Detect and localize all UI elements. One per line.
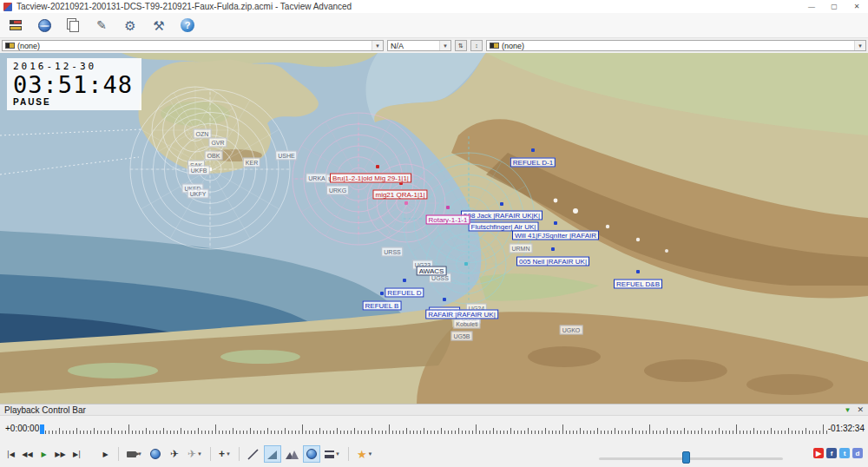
map-label-blue[interactable]: 508 Jack |RAFAIR UK|K|	[461, 211, 542, 220]
object-marker[interactable]	[554, 221, 557, 225]
separator	[210, 447, 211, 461]
secondary-object-value: (none)	[502, 42, 524, 50]
satellite-texture-button[interactable]	[303, 445, 320, 463]
online-button[interactable]	[33, 15, 56, 36]
object-marker[interactable]	[500, 202, 503, 206]
minimize-button[interactable]: —	[800, 0, 823, 13]
facebook-icon[interactable]: f	[826, 448, 837, 458]
coalition-flags-button[interactable]	[4, 15, 27, 36]
help-icon: ?	[181, 18, 194, 32]
map-label-blue[interactable]: Will 41|FJSqnIter |RAFAIR	[512, 231, 599, 240]
elapsed-time: +0:00:00	[5, 424, 39, 433]
swap-selection-button[interactable]: ⇅	[455, 40, 467, 51]
chevron-down-icon: ▼	[226, 451, 231, 457]
map-label-airport[interactable]: URKG	[326, 186, 349, 195]
object-marker[interactable]	[636, 270, 640, 273]
map-label-blue[interactable]: REFUEL D-1	[510, 158, 556, 168]
settings-button[interactable]: ⚙	[119, 15, 141, 36]
fast-forward-button[interactable]: ▶▶	[53, 447, 68, 462]
play-button[interactable]: ▶	[36, 447, 51, 462]
timeline-cursor[interactable]	[40, 424, 44, 434]
cockpit-view-button[interactable]: ✈	[166, 445, 183, 463]
realtime-play-button[interactable]: ▶	[98, 447, 113, 462]
fast-rewind-button[interactable]: ◀◀	[20, 447, 35, 462]
close-button[interactable]: ✕	[845, 0, 868, 13]
skip-to-end-button[interactable]: ▶|	[69, 447, 84, 462]
close-panel-icon[interactable]: ✕	[857, 405, 864, 414]
map-label-airport[interactable]: KER	[243, 158, 260, 168]
layers-list-button[interactable]: ▼	[322, 445, 343, 463]
bookmark-button[interactable]: ★ ▼	[354, 445, 376, 463]
youtube-icon[interactable]: ▶	[813, 448, 824, 458]
edit-button[interactable]: ✎	[90, 15, 113, 36]
altitude-profile-button[interactable]	[264, 445, 281, 463]
map-label-airport[interactable]: URSS	[381, 247, 403, 257]
trail-lines-button[interactable]	[245, 445, 262, 463]
map-label-airport[interactable]: USHE	[275, 151, 297, 161]
object-marker[interactable]	[446, 206, 450, 209]
diagonal-line-icon	[247, 449, 259, 460]
camera-mode-button[interactable]: ▼	[124, 445, 145, 463]
map-viewport[interactable]: OZNGVROBKSAKUKFBKERUSHEUKFDUKFYURKAURKWU…	[0, 53, 868, 404]
map-label-awacs[interactable]: AWACS	[417, 266, 447, 276]
object-marker[interactable]	[404, 201, 408, 205]
free-camera-button[interactable]	[147, 445, 164, 463]
separator	[118, 447, 119, 461]
slope-icon	[266, 449, 278, 460]
object-marker[interactable]	[464, 262, 468, 266]
timeline-ruler[interactable]	[42, 423, 827, 435]
object-marker[interactable]	[531, 148, 535, 152]
map-label-blue[interactable]: REFUEL D	[385, 288, 424, 298]
tools-button[interactable]: ⚒	[148, 15, 170, 36]
map-label-airport[interactable]: UKFY	[187, 189, 209, 199]
primary-object-select[interactable]: (none) ▼	[2, 40, 384, 51]
chevron-down-icon: ▼	[854, 41, 865, 50]
map-label-airport[interactable]: UG5B	[450, 332, 472, 341]
primary-object-value: (none)	[17, 42, 40, 50]
chevron-down-icon: ▼	[335, 451, 340, 457]
help-button[interactable]: ?	[176, 15, 199, 36]
camera-distance-track[interactable]	[599, 457, 783, 460]
camera-distance-handle[interactable]	[682, 451, 690, 464]
chevron-down-icon: ▼	[439, 41, 450, 50]
map-label-airport[interactable]: URKA	[306, 174, 327, 183]
chevron-down-icon: ▼	[197, 451, 202, 457]
external-view-button[interactable]: ✈ ▼	[185, 445, 205, 463]
telemetry-select[interactable]: N/A ▼	[387, 40, 451, 51]
camera-icon	[127, 451, 136, 457]
map-label-airport[interactable]: GVR	[208, 138, 227, 148]
map-label-airport[interactable]: UGKO	[560, 326, 583, 335]
map-label-blue[interactable]: REFUEL B	[363, 301, 402, 311]
list-icon	[325, 451, 334, 458]
discord-icon[interactable]: d	[852, 448, 863, 458]
chevron-down-icon: ▼	[368, 451, 373, 457]
map-label-red[interactable]: Bru|1-2-1|old Mig 29-1|1|	[330, 174, 411, 183]
secondary-object-select[interactable]: (none) ▼	[486, 40, 866, 51]
map-label-airport[interactable]: UKFB	[188, 166, 210, 175]
maximize-button[interactable]: ▢	[823, 0, 845, 13]
map-label-blue[interactable]: REFUEL D&B	[614, 280, 662, 289]
flight-log-button[interactable]	[62, 15, 84, 36]
measure-tool-button[interactable]: + ▼	[216, 445, 233, 463]
object-marker[interactable]	[403, 279, 406, 282]
main-toolbar: ✎ ⚙ ⚒ ?	[0, 13, 868, 38]
playback-bar-title: Playback Control Bar	[4, 405, 86, 415]
object-marker[interactable]	[443, 298, 446, 301]
map-label-airport[interactable]: URMN	[510, 244, 533, 253]
object-marker[interactable]	[380, 292, 384, 295]
map-label-pink[interactable]: Rotary-1-1-1	[426, 215, 470, 225]
map-label-airport[interactable]: OBK	[205, 151, 223, 161]
cycle-selection-button[interactable]: ↕	[470, 40, 483, 51]
skip-to-start-button[interactable]: |◀	[3, 447, 18, 462]
object-marker[interactable]	[551, 247, 555, 251]
dock-panel-icon[interactable]: ▼	[845, 406, 852, 414]
map-label-airport[interactable]: Kobuleti	[453, 319, 480, 329]
map-label-red[interactable]: mig21 QRA-1|1|	[372, 190, 427, 200]
twitter-icon[interactable]: t	[839, 448, 850, 458]
map-label-blue[interactable]: 005 Neil |RAFAIR UK|	[516, 257, 589, 266]
flags-icon	[10, 20, 22, 30]
terrain-elevation-button[interactable]	[283, 445, 301, 463]
object-marker[interactable]	[376, 165, 379, 168]
tools-icon: ⚒	[153, 19, 164, 32]
map-label-blue[interactable]: RAFAIR |RAFAIR UK|	[425, 310, 498, 319]
